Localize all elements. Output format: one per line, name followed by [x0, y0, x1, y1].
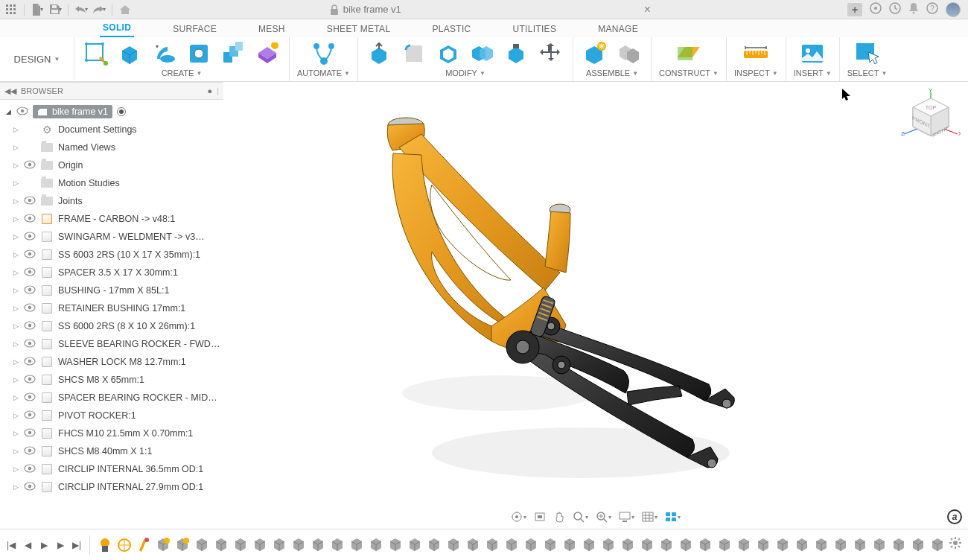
tree-item[interactable]: ▷Named Views	[1, 139, 222, 156]
browser-header[interactable]: ◀◀ BROWSER ● |	[0, 82, 223, 100]
move-icon[interactable]	[537, 39, 565, 68]
timeline-feature[interactable]	[541, 535, 559, 555]
timeline-feature[interactable]	[96, 535, 114, 555]
joint-icon[interactable]	[615, 39, 643, 68]
tree-item[interactable]: ▷SS 6003 2RS (10 X 17 X 35mm):1	[1, 246, 222, 264]
shell-icon[interactable]	[434, 39, 462, 68]
timeline-feature[interactable]	[696, 535, 714, 555]
timeline-feature[interactable]	[599, 535, 617, 555]
new-component-icon[interactable]	[581, 39, 609, 68]
timeline-feature[interactable]	[135, 535, 153, 555]
ribbon-tab-solid[interactable]: SOLID	[100, 20, 134, 37]
timeline-feature[interactable]	[832, 535, 850, 555]
align-icon[interactable]	[503, 39, 531, 68]
visibility-icon[interactable]	[24, 392, 36, 404]
timeline-feature[interactable]	[483, 535, 501, 555]
root-component-chip[interactable]: bike frame v1	[33, 105, 112, 118]
sketch-icon[interactable]	[82, 39, 110, 68]
timeline-feature[interactable]	[851, 535, 869, 555]
tree-root[interactable]: ◢ bike frame v1	[1, 103, 222, 121]
visibility-icon[interactable]	[24, 303, 36, 314]
expand-arrow-icon[interactable]: ▷	[12, 251, 19, 258]
presspull-icon[interactable]	[366, 39, 394, 68]
timeline-feature[interactable]	[793, 535, 811, 555]
help-icon[interactable]: ?	[926, 2, 938, 16]
timeline-feature[interactable]	[657, 535, 675, 555]
visibility-icon[interactable]	[24, 214, 36, 225]
expand-arrow-icon[interactable]: ▷	[12, 412, 19, 419]
ribbon-tab-sheet-metal[interactable]: SHEET METAL	[324, 22, 394, 37]
visibility-icon[interactable]	[24, 196, 36, 207]
tree-item[interactable]: ▷BUSHING - 17mm X 85L:1	[1, 281, 222, 299]
tree-item[interactable]: ▷Origin	[1, 156, 222, 174]
visibility-icon[interactable]	[24, 160, 36, 171]
expand-arrow-icon[interactable]: ▷	[12, 144, 19, 151]
visibility-icon[interactable]	[24, 428, 36, 439]
expand-arrow-icon[interactable]: ▷	[12, 322, 19, 330]
timeline-feature[interactable]	[870, 535, 888, 555]
group-construct-label[interactable]: CONSTRUCT▼	[659, 69, 719, 77]
expand-arrow-icon[interactable]: ▷	[12, 465, 19, 473]
group-inspect-label[interactable]: INSPECT▼	[734, 69, 778, 77]
timeline-feature[interactable]	[193, 535, 211, 555]
form-icon[interactable]	[253, 39, 281, 68]
visibility-icon[interactable]	[24, 446, 36, 457]
timeline-feature[interactable]	[677, 535, 695, 555]
tree-item[interactable]: ▷SHCS M8 X 65mm:1	[1, 371, 222, 389]
revolve-icon[interactable]	[150, 39, 179, 68]
expand-arrow-icon[interactable]: ▷	[12, 197, 19, 205]
timeline-feature[interactable]	[638, 535, 656, 555]
automate-icon[interactable]	[310, 39, 338, 68]
undo-icon[interactable]: ▾	[73, 2, 89, 17]
tree-item[interactable]: ▷PIVOT ROCKER:1	[1, 407, 222, 424]
combine-icon[interactable]	[468, 39, 497, 68]
timeline-feature[interactable]	[212, 535, 230, 555]
user-avatar[interactable]	[946, 2, 961, 17]
timeline-stepfwd-icon[interactable]: ▶	[54, 538, 67, 552]
timeline-feature[interactable]	[522, 535, 540, 555]
expand-arrow-icon[interactable]: ▷	[12, 394, 19, 401]
insert-icon[interactable]	[798, 39, 827, 68]
extensions-icon[interactable]	[870, 2, 882, 16]
timeline-feature[interactable]	[735, 535, 753, 555]
grid-icon[interactable]: ▾	[642, 512, 657, 522]
visibility-icon[interactable]	[24, 357, 36, 368]
tree-item[interactable]: ▷FRAME - CARBON -> v48:1	[1, 210, 222, 228]
timeline-feature[interactable]	[406, 535, 424, 555]
visibility-icon[interactable]	[24, 321, 36, 332]
timeline-start-icon[interactable]: |◀	[4, 538, 18, 552]
save-icon[interactable]: ▾	[47, 2, 63, 17]
activate-radio-icon[interactable]	[117, 107, 126, 116]
ribbon-tab-utilities[interactable]: UTILITIES	[510, 22, 560, 37]
tree-item[interactable]: ▷Joints	[1, 192, 222, 210]
orbit-icon[interactable]: ▾	[511, 511, 526, 523]
expand-arrow-icon[interactable]: ▷	[12, 448, 19, 455]
pattern-icon[interactable]	[219, 39, 247, 68]
timeline-feature[interactable]	[890, 535, 908, 555]
timeline-end-icon[interactable]: ▶|	[70, 538, 83, 552]
timeline-feature[interactable]	[909, 535, 927, 555]
zoom-icon[interactable]: ▾	[573, 511, 588, 523]
tree-item[interactable]: ▷⚙Document Settings	[1, 121, 222, 139]
clock-icon[interactable]	[889, 2, 901, 16]
close-tab-icon[interactable]: ×	[644, 3, 651, 16]
timeline-feature[interactable]	[115, 535, 133, 555]
timeline-feature[interactable]	[619, 535, 637, 555]
timeline-feature[interactable]	[503, 535, 520, 555]
autodesk-logo-icon[interactable]: a	[947, 509, 962, 524]
visibility-icon[interactable]	[24, 375, 36, 386]
tree-item[interactable]: ▷SHCS M8 40mm X 1:1	[1, 442, 222, 460]
timeline-feature[interactable]	[774, 535, 792, 555]
timeline-settings-icon[interactable]	[949, 536, 962, 553]
expand-arrow-icon[interactable]: ▷	[12, 162, 19, 169]
collapse-panel-icon[interactable]: ◀◀	[4, 86, 16, 96]
expand-arrow-icon[interactable]: ▷	[12, 233, 19, 241]
lookat-icon[interactable]	[534, 511, 546, 523]
ribbon-tab-mesh[interactable]: MESH	[255, 22, 288, 37]
timeline-feature[interactable]	[367, 535, 385, 555]
group-automate-label[interactable]: AUTOMATE▼	[297, 69, 350, 77]
expand-arrow-icon[interactable]: ▷	[12, 376, 19, 384]
visibility-icon[interactable]	[24, 464, 36, 475]
timeline-feature[interactable]	[290, 535, 308, 555]
visibility-icon[interactable]	[24, 482, 36, 493]
